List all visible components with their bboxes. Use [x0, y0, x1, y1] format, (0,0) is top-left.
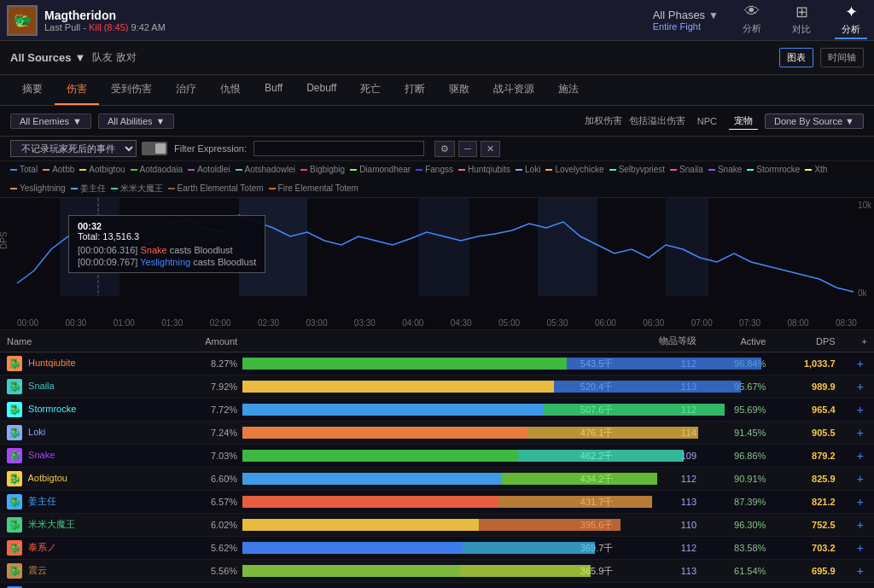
expand-cell[interactable]: +: [842, 537, 874, 560]
expand-cell[interactable]: +: [842, 422, 874, 445]
legend-aotbb: Aotbb: [43, 163, 74, 177]
player-name[interactable]: Loki: [28, 427, 45, 437]
expand-button[interactable]: +: [854, 495, 867, 509]
pct-value: 7.24%: [205, 428, 237, 438]
legend-xth: Xth: [805, 163, 827, 177]
expand-button[interactable]: +: [854, 426, 867, 440]
player-name[interactable]: Snaila: [28, 381, 55, 391]
bar-secondary: [554, 381, 741, 393]
player-name[interactable]: 震云: [28, 565, 47, 575]
chart-legend: Total Aotbb Aotbigtou Aotdaodaia Aotoldl…: [0, 161, 874, 198]
legend-lovelychicke: Lovelychicke: [545, 163, 603, 177]
tab-buff[interactable]: Buff: [253, 75, 294, 105]
nav-analyze2[interactable]: ✦ 分析: [835, 1, 867, 39]
legend-total: Total: [10, 163, 38, 177]
expand-cell[interactable]: +: [842, 352, 874, 376]
expand-button[interactable]: +: [854, 518, 867, 532]
player-name[interactable]: 姜主任: [28, 496, 56, 506]
nav-analyze1[interactable]: 👁 分析: [736, 1, 768, 39]
legend-label-selbyvpriest: Selbyvpriest: [619, 163, 665, 177]
legend-label-lovelychicke: Lovelychicke: [555, 163, 603, 177]
player-name-cell: 🐉 米米大魔王: [0, 514, 198, 537]
bar-container: [242, 473, 575, 485]
legend-jiangzhuren: 姜主任: [71, 182, 106, 195]
phases-selector[interactable]: All Phases ▼ Entire Fight: [653, 9, 719, 32]
tab-damage-taken[interactable]: 受到伤害: [99, 75, 164, 105]
amount-cell: 6.60% 434.2千: [198, 468, 634, 491]
tooltip-time: 00:32: [78, 221, 256, 231]
expand-cell[interactable]: +: [842, 445, 874, 468]
event-filter-toggle[interactable]: [142, 142, 167, 155]
data-table-container: Name Amount 物品等级 Active DPS + 🐉 Huntqiub…: [0, 330, 874, 588]
expand-button[interactable]: +: [854, 541, 867, 555]
player-icon: 🐉: [7, 517, 22, 533]
all-sources-button[interactable]: All Sources ▼: [10, 51, 85, 64]
filter-close-button[interactable]: ✕: [481, 141, 500, 157]
weighted-damage-button[interactable]: 加权伤害: [585, 114, 622, 127]
tab-summary[interactable]: 摘要: [10, 75, 55, 105]
expand-button[interactable]: +: [854, 403, 867, 416]
tab-threat[interactable]: 仇恨: [208, 75, 253, 105]
amount-cell: 7.03% 462.2千: [198, 445, 634, 468]
tab-interrupt[interactable]: 打断: [393, 75, 437, 105]
tab-debuff[interactable]: Debuff: [294, 75, 348, 105]
table-row: 🐉 Loki 7.24% 476.1千 114 91.45% 905.5 +: [0, 422, 874, 445]
x-label-8: 04:00: [402, 318, 423, 328]
player-name[interactable]: Stormrocke: [28, 404, 76, 414]
legend-label-stormrocke: Stormrocke: [756, 163, 800, 177]
expand-cell[interactable]: +: [842, 583, 874, 589]
expand-button[interactable]: +: [854, 449, 867, 463]
legend-label-snaila: Snaila: [679, 163, 703, 177]
table-body: 🐉 Huntqiubite 8.27% 543.5千 112 96.84% 1,…: [0, 352, 874, 589]
overflow-damage-button[interactable]: 包括溢出伤害: [629, 114, 685, 127]
tab-resources[interactable]: 战斗资源: [481, 75, 546, 105]
dps-cell: 662.6: [772, 583, 842, 589]
nav-label-3: 分析: [842, 23, 860, 36]
enemies-filter-button[interactable]: All Enemies ▼: [10, 114, 91, 129]
filter-expression-input[interactable]: [253, 141, 424, 156]
filter-minimize-button[interactable]: ─: [458, 141, 477, 157]
expand-cell[interactable]: +: [842, 376, 874, 399]
tab-healing[interactable]: 治疗: [164, 75, 208, 105]
player-name[interactable]: 泰系ノ: [28, 542, 56, 552]
abilities-filter-button[interactable]: All Abilities ▼: [98, 114, 174, 129]
done-by-source-button[interactable]: Done By Source ▼: [765, 114, 864, 129]
bar-secondary: [518, 450, 684, 462]
filter-actions: ⚙ ─ ✕: [434, 141, 500, 157]
x-label-2: 01:00: [114, 318, 135, 328]
expand-cell[interactable]: +: [842, 399, 874, 422]
player-name[interactable]: 米米大魔王: [28, 519, 75, 529]
x-label-5: 02:30: [258, 318, 279, 328]
legend-label-jiangzhuren: 姜主任: [80, 182, 106, 195]
expand-cell[interactable]: +: [842, 491, 874, 514]
nav-label-2: 对比: [792, 23, 811, 36]
expand-button[interactable]: +: [854, 564, 867, 578]
tab-damage[interactable]: 伤害: [55, 75, 99, 105]
timeline-view-button[interactable]: 时间轴: [820, 48, 864, 67]
event-filter-dropdown[interactable]: 不记录玩家死后的事件: [10, 140, 137, 157]
nav-compare[interactable]: ⊞ 对比: [785, 1, 818, 39]
expand-cell[interactable]: +: [842, 514, 874, 537]
tab-death[interactable]: 死亡: [348, 75, 393, 105]
source-arrow: ▼: [75, 51, 86, 64]
expand-button[interactable]: +: [854, 357, 867, 370]
svg-text:DPS: DPS: [0, 231, 9, 249]
player-name[interactable]: Snake: [28, 450, 55, 460]
player-name[interactable]: Huntqiubite: [28, 358, 76, 368]
bar-primary: [242, 519, 479, 531]
expand-button[interactable]: +: [854, 380, 867, 393]
expand-cell[interactable]: +: [842, 560, 874, 583]
bar-container: [242, 519, 575, 531]
expand-cell[interactable]: +: [842, 468, 874, 491]
expand-button[interactable]: +: [854, 472, 867, 486]
svg-rect-3: [538, 198, 597, 296]
npc-tab[interactable]: NPC: [692, 114, 722, 128]
compare-icon: ⊞: [795, 3, 808, 21]
tab-dispel[interactable]: 驱散: [437, 75, 481, 105]
chart-view-button[interactable]: 图表: [779, 48, 813, 67]
dps-cell: 752.5: [772, 514, 842, 537]
player-name[interactable]: Aotbigtou: [27, 473, 67, 483]
pet-tab[interactable]: 宠物: [729, 113, 758, 130]
tab-casts[interactable]: 施法: [546, 75, 591, 105]
filter-gear-button[interactable]: ⚙: [434, 141, 455, 157]
